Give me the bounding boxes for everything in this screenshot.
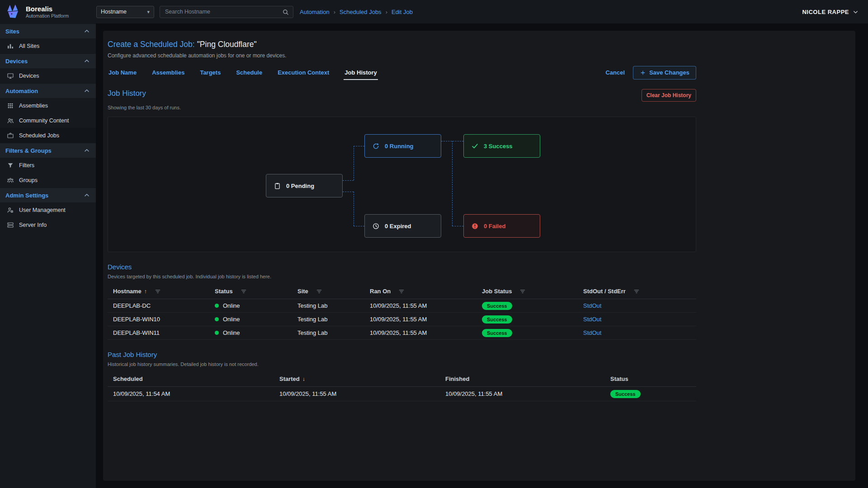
grid-icon (7, 102, 14, 109)
col-label: Ran On (370, 288, 391, 295)
sidebar-section-devices[interactable]: Devices (0, 53, 96, 68)
sidebar-item-assemblies[interactable]: Assemblies (0, 98, 96, 113)
node-label: 3 Success (484, 143, 513, 150)
connector (354, 146, 364, 146)
sidebar-section-admin-settings[interactable]: Admin Settings (0, 188, 96, 202)
cell-status: Online (215, 329, 297, 336)
stdout-link[interactable]: StdOut (583, 329, 601, 336)
col-started[interactable]: Started ↓ (279, 375, 445, 382)
borealis-logo-icon (5, 3, 22, 20)
brand: Borealis Automation Platform (0, 3, 96, 20)
cell-status: Online (215, 316, 297, 323)
tab-schedule[interactable]: Schedule (235, 65, 263, 80)
cell-job-status: Success (482, 315, 583, 324)
col-label: Site (297, 288, 308, 295)
cell-scheduled: 10/09/2025, 11:54 AM (113, 390, 279, 397)
sidebar-item-label: Groups (19, 177, 38, 183)
col-ran-on[interactable]: Ran On (370, 288, 482, 295)
sidebar-item-all-sites[interactable]: All Sites (0, 38, 96, 53)
tab-job-history[interactable]: Job History (344, 65, 378, 80)
devices-caption: Devices targeted by this scheduled job. … (108, 274, 696, 279)
filter-list-icon[interactable] (316, 288, 323, 295)
search-input[interactable] (164, 8, 282, 15)
stdout-link[interactable]: StdOut (583, 316, 601, 323)
brand-name: Borealis (26, 5, 69, 13)
brand-text: Borealis Automation Platform (26, 5, 69, 19)
user-menu[interactable]: NICOLE RAPPE (802, 9, 859, 15)
sidebar-item-scheduled-jobs[interactable]: Scheduled Jobs (0, 128, 96, 143)
chevron-up-icon (83, 192, 90, 199)
breadcrumb: Automation › Scheduled Jobs › Edit Job (300, 9, 413, 15)
clear-job-history-button[interactable]: Clear Job History (642, 89, 696, 102)
job-history-caption: Showing the last 30 days of runs. (108, 105, 696, 110)
stdout-link[interactable]: StdOut (583, 302, 601, 309)
node-label: 0 Pending (286, 183, 314, 189)
search-icon (282, 9, 289, 15)
sidebar-item-label: Devices (19, 73, 39, 79)
connector (452, 226, 463, 226)
sidebar-item-filters[interactable]: Filters (0, 158, 96, 173)
tab-targets[interactable]: Targets (199, 65, 222, 80)
online-dot (215, 331, 219, 335)
table-row: DEEPLAB-DC Online Testing Lab 10/09/2025… (108, 299, 696, 313)
cell-started: 10/09/2025, 11:55 AM (279, 390, 445, 397)
buildings-icon (7, 42, 14, 50)
sidebar-section-automation[interactable]: Automation (0, 83, 96, 98)
breadcrumb-automation[interactable]: Automation (300, 9, 330, 15)
col-site[interactable]: Site (297, 288, 370, 295)
sidebar-section-filters-groups[interactable]: Filters & Groups (0, 143, 96, 158)
topbar: Borealis Automation Platform Hostname ▾ … (0, 0, 868, 23)
cell-status: Success (610, 390, 696, 398)
tab-assemblies[interactable]: Assemblies (151, 65, 185, 80)
filter-list-icon[interactable] (633, 288, 640, 295)
col-status[interactable]: Status (610, 375, 696, 382)
sidebar-item-label: Server Info (19, 222, 47, 228)
status-badge: Success (482, 315, 512, 324)
briefcase-icon (7, 132, 14, 139)
node-expired: 0 Expired (364, 214, 441, 238)
status-badge: Success (482, 302, 512, 310)
sidebar-item-label: All Sites (19, 43, 39, 49)
filter-list-icon[interactable] (154, 288, 161, 295)
col-scheduled[interactable]: Scheduled (113, 375, 279, 382)
breadcrumb-scheduled-jobs[interactable]: Scheduled Jobs (340, 9, 382, 15)
sidebar-item-community-content[interactable]: Community Content (0, 113, 96, 128)
col-status[interactable]: Status (215, 288, 297, 295)
check-icon (471, 142, 479, 150)
sidebar-section-sites[interactable]: Sites (0, 23, 96, 38)
col-finished[interactable]: Finished (445, 375, 610, 382)
save-changes-button[interactable]: Save Changes (633, 66, 696, 80)
page-title: Create a Scheduled Job:"Ping Cloudflare" (108, 40, 696, 49)
node-pending: 0 Pending (266, 174, 343, 197)
cancel-button[interactable]: Cancel (605, 69, 625, 76)
chevron-up-icon (83, 28, 90, 35)
tab-job-name[interactable]: Job Name (108, 65, 137, 80)
sidebar-item-groups[interactable]: Groups (0, 173, 96, 188)
save-changes-label: Save Changes (649, 69, 689, 76)
col-label: Scheduled (113, 375, 143, 382)
tab-execution-context[interactable]: Execution Context (277, 65, 330, 80)
col-job-status[interactable]: Job Status (482, 288, 583, 295)
col-stdout-stderr[interactable]: StdOut / StdErr (583, 288, 696, 295)
sidebar-item-label: Scheduled Jobs (19, 132, 59, 139)
filter-list-icon[interactable] (519, 288, 526, 295)
col-hostname[interactable]: Hostname ↑ (113, 288, 215, 295)
filter-list-icon[interactable] (240, 288, 247, 295)
sidebar-item-server-info[interactable]: Server Info (0, 217, 96, 232)
chevron-up-icon (83, 57, 90, 65)
past-job-history-heading: Past Job History (108, 351, 696, 358)
filter-list-icon[interactable] (398, 288, 405, 295)
sidebar-item-label: Community Content (19, 117, 69, 124)
past-job-history-caption: Historical job history summaries. Detail… (108, 361, 696, 367)
search-box (160, 6, 293, 18)
devices-table-header: Hostname ↑ Status Site Ran On Job (108, 284, 696, 299)
groups-icon (7, 177, 14, 184)
cell-site: Testing Lab (297, 302, 370, 309)
sidebar-item-user-management[interactable]: User Management (0, 202, 96, 217)
hostname-select[interactable]: Hostname ▾ (96, 6, 154, 18)
breadcrumb-edit-job[interactable]: Edit Job (392, 9, 413, 15)
connector (343, 180, 354, 181)
sidebar-item-devices[interactable]: Devices (0, 68, 96, 83)
sidebar-item-label: Filters (19, 162, 34, 169)
cell-ran-on: 10/09/2025, 11:55 AM (370, 329, 482, 336)
